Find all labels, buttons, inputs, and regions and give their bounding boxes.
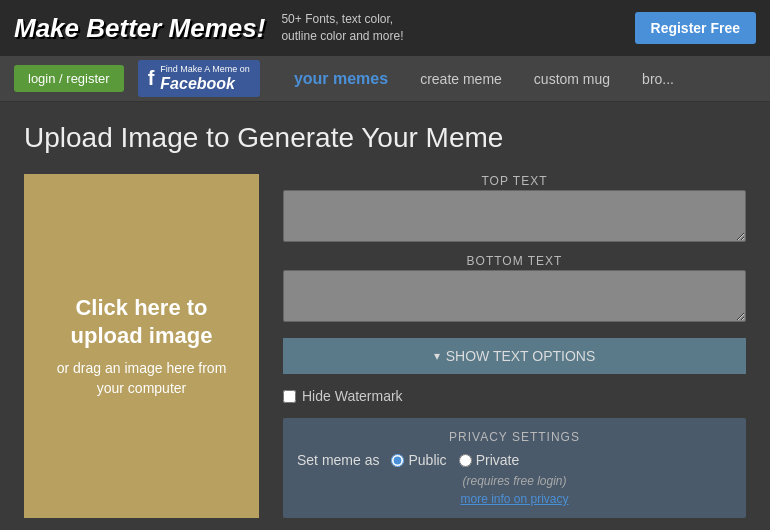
chevron-down-icon: ▾ — [434, 349, 440, 363]
upload-area[interactable]: Click here to upload image or drag an im… — [24, 174, 259, 518]
facebook-badge[interactable]: f Find Make A Meme on Facebook — [138, 60, 260, 98]
main-layout: Click here to upload image or drag an im… — [24, 174, 746, 518]
privacy-section: PRIVACY SETTINGS Set meme as Public Priv… — [283, 418, 746, 518]
login-button[interactable]: login / register — [14, 65, 124, 92]
custom-mug-link[interactable]: custom mug — [518, 71, 626, 87]
privacy-row: Set meme as Public Private — [297, 452, 732, 468]
privacy-title: PRIVACY SETTINGS — [297, 430, 732, 444]
header-subtitle: 50+ Fonts, text color, outline color and… — [281, 11, 618, 45]
watermark-label: Hide Watermark — [302, 388, 403, 404]
navbar: login / register f Find Make A Meme on F… — [0, 56, 770, 102]
bottom-text-input[interactable] — [283, 270, 746, 322]
header: Make Better Memes! 50+ Fonts, text color… — [0, 0, 770, 56]
facebook-find-text: Find Make A Meme on — [160, 64, 250, 75]
browse-link[interactable]: bro... — [626, 71, 690, 87]
privacy-link[interactable]: more info on privacy — [297, 492, 732, 506]
upload-main-text: Click here to upload image — [44, 294, 239, 351]
site-title: Make Better Memes! — [14, 13, 265, 44]
your-memes-link[interactable]: your memes — [278, 70, 404, 88]
set-meme-as-label: Set meme as — [297, 452, 379, 468]
top-text-field: TOP TEXT — [283, 174, 746, 246]
form-section: TOP TEXT BOTTOM TEXT ▾ SHOW TEXT OPTIONS… — [283, 174, 746, 518]
top-text-input[interactable] — [283, 190, 746, 242]
page-title: Upload Image to Generate Your Meme — [24, 122, 746, 154]
hide-watermark-checkbox[interactable] — [283, 390, 296, 403]
create-meme-link[interactable]: create meme — [404, 71, 518, 87]
register-button[interactable]: Register Free — [635, 12, 756, 44]
show-options-label: SHOW TEXT OPTIONS — [446, 348, 596, 364]
bottom-text-field: BOTTOM TEXT — [283, 254, 746, 326]
private-radio[interactable] — [459, 454, 472, 467]
page-content: Upload Image to Generate Your Meme Click… — [0, 102, 770, 530]
bottom-text-label: BOTTOM TEXT — [283, 254, 746, 268]
privacy-note: (requires free login) — [297, 474, 732, 488]
watermark-row: Hide Watermark — [283, 382, 746, 410]
private-label: Private — [476, 452, 520, 468]
top-text-label: TOP TEXT — [283, 174, 746, 188]
public-label: Public — [408, 452, 446, 468]
upload-sub-text: or drag an image here from your computer — [44, 359, 239, 398]
private-option[interactable]: Private — [459, 452, 520, 468]
facebook-icon: f — [148, 67, 155, 90]
public-radio[interactable] — [391, 454, 404, 467]
show-text-options-button[interactable]: ▾ SHOW TEXT OPTIONS — [283, 338, 746, 374]
public-option[interactable]: Public — [391, 452, 446, 468]
facebook-name-text: Facebook — [160, 74, 250, 93]
